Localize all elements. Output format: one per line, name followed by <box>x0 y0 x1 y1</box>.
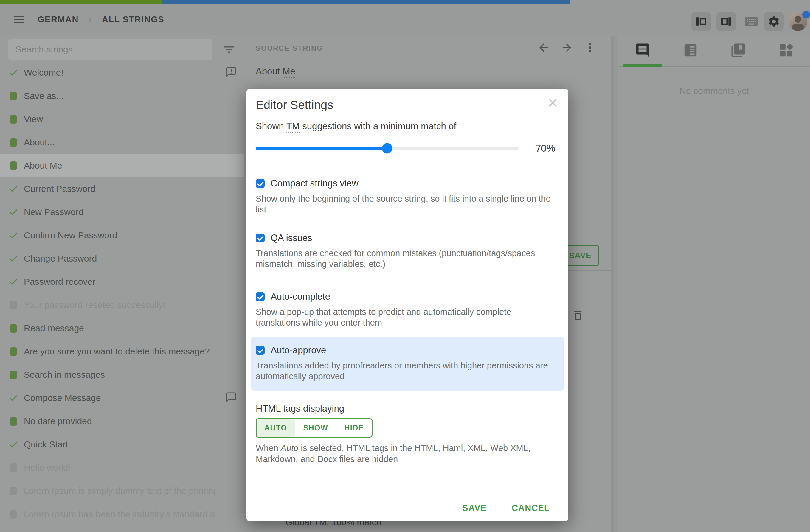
editor-settings-modal: Editor Settings ✕ Shown TM suggestions w… <box>246 89 568 521</box>
string-label: Lorem Ipsum is simply dummy text of the … <box>24 486 214 496</box>
string-row[interactable]: Save as... <box>0 84 244 107</box>
active-tab-indicator <box>623 64 662 67</box>
checkbox-checked[interactable] <box>256 179 265 188</box>
settings-button[interactable] <box>764 12 784 31</box>
slider-track[interactable] <box>256 147 518 150</box>
save-button[interactable]: SAVE <box>462 503 487 513</box>
translated-square-icon <box>9 370 18 379</box>
online-status-dot <box>802 11 810 18</box>
keyboard-shortcuts-button[interactable] <box>742 12 761 31</box>
previous-string-button[interactable] <box>536 40 551 55</box>
tab-glossary[interactable] <box>714 36 762 66</box>
approved-check-icon <box>9 439 18 449</box>
approved-check-icon <box>9 393 18 403</box>
breadcrumb: GERMAN › ALL STRINGS <box>37 4 164 35</box>
delete-suggestion-button[interactable] <box>571 309 584 323</box>
string-row[interactable]: Password recover <box>0 270 244 294</box>
string-label: Read message <box>24 323 84 333</box>
tm-threshold-slider-row: 70% <box>256 140 555 157</box>
setting-label: Auto-complete <box>271 291 330 302</box>
cancel-button[interactable]: CANCEL <box>512 503 550 513</box>
translated-square-icon <box>9 138 18 147</box>
html-tags-option-auto[interactable]: AUTO <box>257 419 295 437</box>
source-string-text: About Me <box>256 66 295 77</box>
string-row[interactable]: Compose Message <box>0 386 244 410</box>
side-tabs <box>619 36 810 67</box>
setting-auto-complete: Auto-completeShow a pop-up that attempts… <box>256 291 555 328</box>
search-input[interactable]: Search strings <box>9 39 212 60</box>
translation-progress-bar <box>0 0 810 4</box>
checkbox-checked[interactable] <box>256 346 265 355</box>
panel-left-icon <box>695 15 708 28</box>
string-row[interactable]: About Me <box>0 154 244 177</box>
breadcrumb-section[interactable]: ALL STRINGS <box>102 15 164 24</box>
string-row[interactable]: Change Password <box>0 247 244 270</box>
string-label: No date provided <box>24 416 92 426</box>
html-tags-segmented-control: AUTOSHOWHIDE <box>256 418 373 437</box>
html-tags-option-hide[interactable]: HIDE <box>336 419 372 437</box>
html-tags-option-show[interactable]: SHOW <box>295 419 336 437</box>
untranslated-square-icon <box>9 487 18 495</box>
string-row[interactable]: Search in messages <box>0 363 244 386</box>
search-placeholder: Search strings <box>16 44 73 54</box>
more-options-button[interactable] <box>583 40 597 55</box>
string-row[interactable]: Lorem Ipsum is simply dummy text of the … <box>0 479 244 502</box>
string-row[interactable]: Are you sure you want to delete this mes… <box>0 340 244 363</box>
modal-footer: SAVE CANCEL <box>462 503 550 513</box>
string-row[interactable]: About... <box>0 131 244 154</box>
string-row[interactable]: Current Password <box>0 177 244 200</box>
tab-machine-translation[interactable] <box>762 36 810 66</box>
next-string-button[interactable] <box>560 40 574 55</box>
arrow-right-icon <box>561 41 573 54</box>
string-row[interactable]: Lorem Ipsum has been the industry's stan… <box>0 502 244 526</box>
slider-handle[interactable] <box>382 143 392 154</box>
tab-context[interactable] <box>667 36 715 66</box>
toolbar: GERMAN › ALL STRINGS <box>0 4 810 35</box>
string-row[interactable]: No date provided <box>0 410 244 433</box>
string-label: Hello world! <box>24 463 71 473</box>
toggle-left-panel-button[interactable] <box>691 12 711 31</box>
string-label: Welcome! <box>24 68 64 78</box>
source-string-label: SOURCE STRING <box>256 44 323 52</box>
setting-label: Compact strings view <box>271 178 358 189</box>
approved-check-icon <box>9 230 18 240</box>
setting-description: Show only the beginning of the source st… <box>256 193 555 215</box>
checkbox-checked[interactable] <box>256 292 265 301</box>
string-row[interactable]: Quick Start <box>0 433 244 456</box>
string-row[interactable]: Hello world! <box>0 456 244 479</box>
tab-comments[interactable] <box>619 36 667 66</box>
string-label: Search in messages <box>24 370 105 380</box>
filter-button[interactable] <box>222 42 236 56</box>
checkbox-checked[interactable] <box>256 234 265 243</box>
setting-auto-approve: Auto-approveTranslations added by proofr… <box>251 337 564 390</box>
approved-check-icon <box>9 277 18 287</box>
comments-icon <box>634 42 651 60</box>
kebab-menu-icon <box>584 41 596 54</box>
gear-icon <box>768 15 780 28</box>
progress-segment-approved <box>0 0 162 4</box>
menu-icon[interactable] <box>14 14 26 25</box>
string-label: Confirm New Password <box>24 230 117 240</box>
close-icon[interactable]: ✕ <box>547 97 558 110</box>
context-icon <box>682 42 699 60</box>
string-row[interactable]: Welcome! <box>0 61 244 84</box>
slider-fill <box>256 147 387 150</box>
string-row[interactable]: View <box>0 107 244 131</box>
translated-square-icon <box>9 115 18 123</box>
html-tags-description: When Auto is selected, HTML tags in the … <box>256 443 557 465</box>
string-label: About Me <box>24 161 62 171</box>
breadcrumb-project[interactable]: GERMAN <box>37 15 79 24</box>
panel-right-icon <box>720 15 733 28</box>
comment-icon <box>226 392 237 404</box>
string-row[interactable]: New Password <box>0 200 244 224</box>
toggle-right-panel-button[interactable] <box>716 12 736 31</box>
string-row[interactable]: Confirm New Password <box>0 224 244 247</box>
progress-segment-remaining <box>569 0 810 4</box>
string-list: Welcome!Save as...ViewAbout...About MeCu… <box>0 61 244 526</box>
string-row[interactable]: Read message <box>0 317 244 340</box>
string-label: Current Password <box>24 184 95 194</box>
string-label: Password recover <box>24 277 95 287</box>
string-row[interactable]: Your password reseted successully! <box>0 294 244 317</box>
crowdin-editor-app: GERMAN › ALL STRINGS Search strings Welc… <box>0 0 810 532</box>
string-label: Lorem Ipsum has been the industry's stan… <box>24 509 214 519</box>
